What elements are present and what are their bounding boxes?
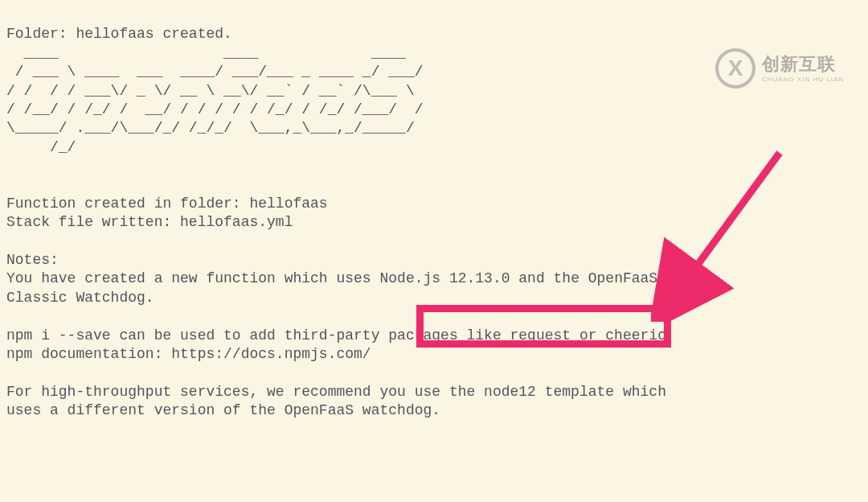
arrow-icon: [651, 145, 812, 322]
watermark: X 创新互联 CHUANG XIN HU LIAN: [715, 48, 844, 88]
nodejs-highlight-box: [416, 305, 671, 348]
line-folder-created: Folder: hellofaas created.: [6, 26, 232, 42]
line-stack-file: Stack file written: hellofaas.yml: [6, 214, 293, 230]
line-function-created: Function created in folder: hellofaas: [6, 195, 328, 212]
watermark-logo-icon: X: [715, 48, 755, 88]
arrow-annotation: [651, 145, 812, 327]
line-throughput-1: For high-throughput services, we recomme…: [6, 384, 666, 400]
svg-line-1: [674, 153, 780, 298]
watermark-text: 创新互联 CHUANG XIN HU LIAN: [762, 53, 844, 84]
watermark-sub-text: CHUANG XIN HU LIAN: [762, 76, 844, 84]
line-notes-1-highlight: Node.js 12.13.0: [379, 270, 510, 286]
line-notes-1-part2: and the OpenFaaS: [510, 270, 658, 286]
line-notes-2: Classic Watchdog.: [6, 290, 154, 306]
line-npm-docs: npm documentation: https://docs.npmjs.co…: [6, 346, 371, 362]
line-notes-1-part1: You have created a new function which us…: [6, 270, 379, 286]
line-notes-header: Notes:: [6, 252, 59, 268]
line-throughput-2: uses a different version of the OpenFaaS…: [6, 402, 440, 418]
watermark-main-text: 创新互联: [762, 53, 844, 76]
